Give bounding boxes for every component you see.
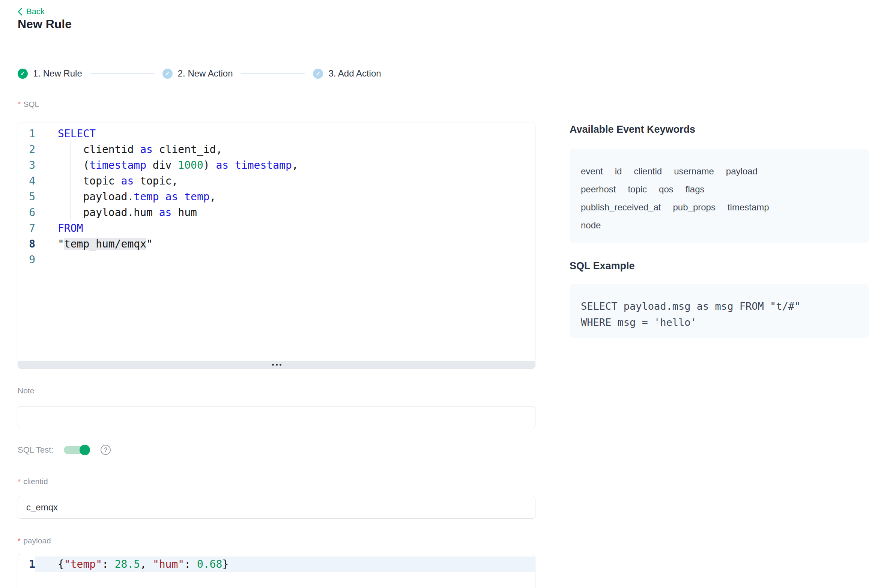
event-keyword: flags <box>686 180 705 198</box>
check-icon: ✓ <box>18 69 28 79</box>
wizard-steps: ✓ 1. New Rule ✓ 2. New Action ✓ 3. Add A… <box>18 68 381 79</box>
keyword-row: publish_received_atpub_propstimestamp <box>581 198 858 216</box>
event-keyword: clientid <box>634 162 662 180</box>
check-icon: ✓ <box>313 69 323 79</box>
step-3-add-action: ✓ 3. Add Action <box>313 68 381 79</box>
keyword-row: peerhosttopicqosflags <box>581 180 858 198</box>
event-keyword: username <box>674 162 714 180</box>
back-button[interactable]: Back <box>18 7 45 16</box>
line-number: 4 <box>18 173 35 189</box>
chevron-left-icon <box>18 8 23 16</box>
note-input[interactable] <box>18 406 535 428</box>
event-keyword: peerhost <box>581 180 616 198</box>
payload-code-area[interactable]: 1{"temp": 28.5, "hum": 0.68} <box>18 554 535 572</box>
payload-field-label: *payload <box>18 536 51 545</box>
indent-guide <box>71 142 71 158</box>
indent-guide <box>58 158 58 173</box>
line-number: 6 <box>18 205 35 220</box>
keywords-panel-title: Available Event Keywords <box>570 124 695 135</box>
line-number: 5 <box>18 189 35 205</box>
sql-example-panel: SELECT payload.msg as msg FROM "t/#" WHE… <box>570 284 869 338</box>
step-connector <box>90 73 154 74</box>
event-keyword: qos <box>659 180 674 198</box>
indent-guide <box>58 189 58 205</box>
event-keyword: payload <box>726 162 758 180</box>
event-keyword: id <box>615 162 622 180</box>
help-icon[interactable]: ? <box>101 445 111 455</box>
back-label: Back <box>26 7 45 16</box>
code-line: 4 topic as topic, <box>18 173 535 189</box>
sql-example-title: SQL Example <box>570 260 635 272</box>
event-keyword: publish_received_at <box>581 198 661 216</box>
note-field-label: Note <box>18 386 34 395</box>
clientid-field-label: *clientid <box>18 477 48 486</box>
payload-code-editor[interactable]: 1{"temp": 28.5, "hum": 0.68} <box>18 554 535 588</box>
code-line: 7FROM <box>18 220 535 236</box>
step-label: 3. Add Action <box>328 68 381 79</box>
sql-field-label: *SQL <box>18 100 39 109</box>
check-icon: ✓ <box>162 69 173 79</box>
line-number: 3 <box>18 158 35 173</box>
code-line: 1SELECT <box>18 126 535 142</box>
required-asterisk: * <box>18 477 21 486</box>
step-1-new-rule: ✓ 1. New Rule <box>18 68 82 79</box>
indent-guide <box>71 158 71 173</box>
event-keyword: node <box>581 216 601 234</box>
code-line: 6 payload.hum as hum <box>18 205 535 220</box>
event-keyword: timestamp <box>728 198 769 216</box>
sql-example-line: WHERE msg = 'hello' <box>581 314 858 330</box>
keyword-row: eventidclientidusernamepayload <box>581 162 858 180</box>
indent-guide <box>58 142 58 158</box>
step-connector <box>241 73 305 74</box>
indent-guide <box>71 173 71 189</box>
line-number: 9 <box>18 252 35 268</box>
keyword-row: node <box>581 216 858 234</box>
line-number: 1 <box>18 556 35 572</box>
indent-guide <box>71 205 71 220</box>
line-number: 2 <box>18 142 35 158</box>
code-line: 2 clientid as client_id, <box>18 142 535 158</box>
sql-test-label: SQL Test: <box>18 445 53 455</box>
indent-guide <box>58 205 58 220</box>
code-line: 8"temp_hum/emqx" <box>18 236 535 252</box>
step-label: 2. New Action <box>178 68 233 79</box>
sql-test-row: SQL Test: ? <box>18 445 111 455</box>
indent-guide <box>71 189 71 205</box>
editor-resize-handle[interactable] <box>18 361 535 368</box>
sql-code-area[interactable]: 1SELECT2 clientid as client_id,3 (timest… <box>18 123 535 268</box>
sql-code-editor[interactable]: 1SELECT2 clientid as client_id,3 (timest… <box>18 123 535 369</box>
code-line: 9 <box>18 252 535 268</box>
dot-icon <box>280 364 281 366</box>
required-asterisk: * <box>18 536 21 545</box>
dot-icon <box>276 364 278 366</box>
code-line: 1{"temp": 28.5, "hum": 0.68} <box>18 556 535 572</box>
sql-test-toggle[interactable] <box>64 446 90 454</box>
line-number: 1 <box>18 126 35 142</box>
page-title: New Rule <box>18 17 72 31</box>
event-keyword: event <box>581 162 603 180</box>
line-number: 7 <box>18 220 35 236</box>
sql-example-line: SELECT payload.msg as msg FROM "t/#" <box>581 298 858 314</box>
code-line: 3 (timestamp div 1000) as timestamp, <box>18 158 535 173</box>
event-keyword: pub_props <box>673 198 715 216</box>
code-line: 5 payload.temp as temp, <box>18 189 535 205</box>
step-label: 1. New Rule <box>33 68 82 79</box>
step-2-new-action: ✓ 2. New Action <box>162 68 233 79</box>
required-asterisk: * <box>18 100 21 108</box>
clientid-input[interactable] <box>18 496 535 519</box>
event-keyword: topic <box>628 180 647 198</box>
toggle-knob-icon <box>80 445 90 455</box>
indent-guide <box>58 173 58 189</box>
dot-icon <box>272 364 274 366</box>
line-number: 8 <box>18 236 35 252</box>
keywords-panel: eventidclientidusernamepayloadpeerhostto… <box>570 149 869 243</box>
